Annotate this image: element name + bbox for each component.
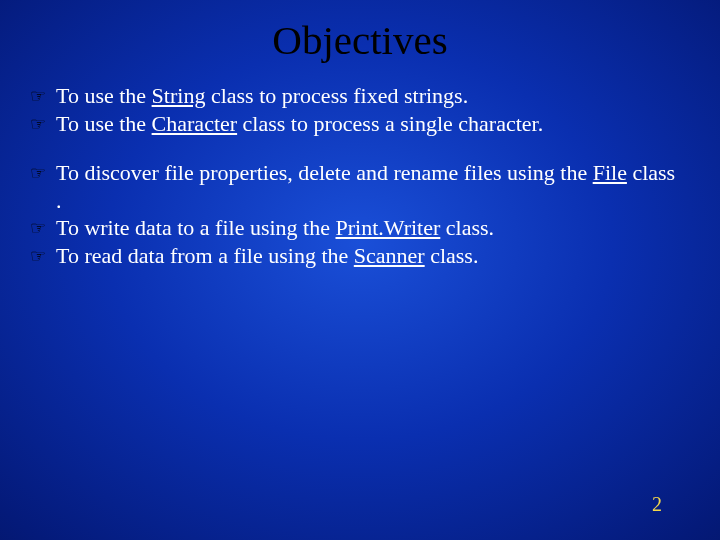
text-pre: To write data to a file using the [56, 215, 336, 240]
bullet-group: ☞ To use the String class to process fix… [30, 82, 680, 137]
bullet-text: To discover file properties, delete and … [56, 159, 680, 214]
pointing-hand-icon: ☞ [30, 242, 56, 268]
page-number: 2 [652, 493, 662, 516]
pointing-hand-icon: ☞ [30, 82, 56, 108]
text-underline: Scanner [354, 243, 425, 268]
slide-content: ☞ To use the String class to process fix… [0, 82, 720, 269]
text-post: class to process fixed strings. [205, 83, 468, 108]
text-pre: To discover file properties, delete and … [56, 160, 593, 185]
slide: Objectives ☞ To use the String class to … [0, 0, 720, 540]
text-underline: String [152, 83, 206, 108]
text-underline: File [593, 160, 627, 185]
list-item: ☞ To discover file properties, delete an… [30, 159, 680, 214]
slide-title: Objectives [0, 0, 720, 82]
bullet-text: To read data from a file using the Scann… [56, 242, 680, 270]
pointing-hand-icon: ☞ [30, 110, 56, 136]
pointing-hand-icon: ☞ [30, 159, 56, 185]
text-post: class. [440, 215, 494, 240]
text-pre: To read data from a file using the [56, 243, 354, 268]
text-pre: To use the [56, 83, 152, 108]
text-post: class to process a single character. [237, 111, 543, 136]
bullet-text: To use the String class to process fixed… [56, 82, 680, 110]
pointing-hand-icon: ☞ [30, 214, 56, 240]
list-item: ☞ To write data to a file using the Prin… [30, 214, 680, 242]
bullet-text: To write data to a file using the Print.… [56, 214, 680, 242]
list-item: ☞ To use the String class to process fix… [30, 82, 680, 110]
text-underline: Print.Writer [336, 215, 441, 240]
list-item: ☞ To use the Character class to process … [30, 110, 680, 138]
bullet-text: To use the Character class to process a … [56, 110, 680, 138]
list-item: ☞ To read data from a file using the Sca… [30, 242, 680, 270]
text-pre: To use the [56, 111, 152, 136]
text-post: class. [425, 243, 479, 268]
bullet-group: ☞ To discover file properties, delete an… [30, 159, 680, 269]
text-underline: Character [152, 111, 238, 136]
